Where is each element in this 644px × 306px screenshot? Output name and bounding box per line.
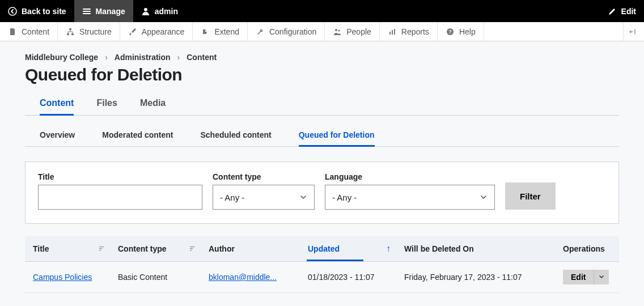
row-title-link[interactable]: Campus Policies [33, 273, 92, 282]
svg-rect-15 [190, 246, 194, 247]
bar-chart-icon [388, 27, 397, 36]
manage-button[interactable]: Manage [74, 0, 133, 22]
tree-icon [66, 27, 75, 36]
secondary-tabs: Overview Moderated content Scheduled con… [25, 125, 619, 147]
back-to-site-button[interactable]: Back to site [0, 0, 74, 22]
page-title: Queued for Deletion [25, 65, 619, 84]
admin-topbar: Back to site Manage admin Edit [0, 0, 644, 22]
col-title[interactable]: Title [25, 236, 110, 262]
tab-files[interactable]: Files [96, 95, 117, 115]
user-menu-button[interactable]: admin [133, 0, 186, 22]
pencil-icon [608, 7, 617, 16]
toolbar-extend[interactable]: Extend [193, 22, 248, 41]
filter-title-label: Title [38, 172, 202, 181]
svg-point-1 [144, 8, 147, 11]
user-icon [141, 7, 150, 16]
sort-icon [189, 246, 195, 252]
sort-icon [99, 246, 104, 252]
toolbar-appearance[interactable]: Appearance [120, 22, 193, 41]
tab-content[interactable]: Content [40, 95, 74, 116]
svg-rect-3 [67, 33, 69, 35]
wrench-icon [256, 27, 265, 36]
row-deleted-on: Friday, February 17, 2023 - 11:07 [396, 262, 555, 293]
help-icon: ? [446, 27, 455, 36]
subtab-moderated[interactable]: Moderated content [102, 125, 173, 146]
filter-title-input[interactable] [38, 185, 202, 210]
filter-title-field: Title [38, 172, 202, 210]
svg-rect-8 [392, 30, 393, 35]
admin-toolbar: Content Structure Appearance Extend Conf… [0, 22, 644, 41]
chevron-right-icon: › [177, 53, 180, 62]
toolbar-content[interactable]: Content [0, 22, 58, 41]
filter-language-field: Language - Any - [325, 172, 495, 210]
back-arrow-icon [8, 7, 17, 16]
svg-point-6 [338, 29, 340, 31]
svg-point-0 [9, 7, 16, 15]
row-updated: 01/18/2023 - 11:07 [300, 262, 396, 293]
svg-rect-16 [190, 248, 193, 249]
svg-rect-12 [99, 246, 104, 247]
filter-content-type-field: Content type - Any - [213, 172, 315, 210]
toolbar-people[interactable]: People [325, 22, 380, 41]
toolbar-structure[interactable]: Structure [58, 22, 120, 41]
tab-media[interactable]: Media [140, 95, 166, 115]
chevron-right-icon: › [105, 53, 108, 62]
collapse-icon [629, 28, 638, 35]
filter-content-type-label: Content type [213, 172, 315, 181]
filter-language-select[interactable]: - Any - [325, 185, 495, 210]
svg-text:?: ? [448, 29, 452, 35]
filter-language-label: Language [325, 172, 495, 181]
filter-panel: Title Content type - Any - Language - An… [25, 162, 619, 224]
svg-rect-9 [394, 29, 395, 35]
col-author[interactable]: Author [201, 236, 300, 262]
file-icon [8, 27, 17, 36]
breadcrumb: Middlebury College › Administration › Co… [25, 53, 619, 62]
brush-icon [128, 27, 137, 36]
svg-rect-17 [190, 250, 192, 250]
row-edit-button[interactable]: Edit [563, 270, 594, 284]
page-content-area: Middlebury College › Administration › Co… [0, 41, 644, 306]
row-author-link[interactable]: bkloman@middle... [209, 273, 277, 282]
manage-label: Manage [96, 7, 125, 16]
col-deleted-on[interactable]: Will be Deleted On [396, 236, 555, 262]
chevron-down-icon [480, 193, 488, 201]
col-operations: Operations [555, 236, 619, 262]
svg-rect-7 [389, 32, 391, 35]
subtab-scheduled[interactable]: Scheduled content [201, 125, 272, 146]
breadcrumb-item[interactable]: Administration [115, 53, 171, 62]
col-updated[interactable]: Updated ↑ [300, 236, 396, 262]
table-row: Campus Policies Basic Content bkloman@mi… [25, 262, 619, 293]
filter-submit-button[interactable]: Filter [505, 182, 556, 210]
breadcrumb-item[interactable]: Content [187, 53, 217, 62]
subtab-overview[interactable]: Overview [40, 125, 75, 146]
row-operations: Edit [563, 270, 609, 284]
user-label: admin [155, 7, 178, 16]
puzzle-icon [201, 27, 210, 36]
people-icon [333, 27, 342, 36]
edit-label: Edit [621, 7, 636, 16]
filter-content-type-select[interactable]: - Any - [213, 185, 315, 210]
toolbar-configuration[interactable]: Configuration [248, 22, 325, 41]
chevron-down-icon [299, 193, 307, 201]
svg-rect-2 [69, 28, 71, 30]
edit-button[interactable]: Edit [600, 0, 644, 22]
col-content-type[interactable]: Content type [110, 236, 201, 262]
svg-point-5 [335, 29, 337, 31]
svg-rect-13 [99, 248, 102, 249]
toolbar-help[interactable]: ? Help [438, 22, 484, 41]
row-operations-dropdown[interactable] [594, 270, 609, 284]
content-table: Title Content type Author Updated ↑ Will… [25, 236, 619, 293]
subtab-queued[interactable]: Queued for Deletion [299, 125, 375, 147]
svg-rect-14 [99, 250, 101, 250]
svg-rect-4 [71, 33, 74, 35]
back-to-site-label: Back to site [22, 7, 66, 16]
hamburger-icon [82, 7, 91, 16]
sort-asc-icon: ↑ [386, 244, 391, 254]
toolbar-orientation-toggle[interactable] [623, 22, 644, 41]
breadcrumb-item[interactable]: Middlebury College [25, 53, 98, 62]
row-content-type: Basic Content [110, 262, 201, 293]
chevron-down-icon [599, 274, 604, 280]
toolbar-reports[interactable]: Reports [380, 22, 438, 41]
primary-tabs: Content Files Media [25, 95, 619, 116]
